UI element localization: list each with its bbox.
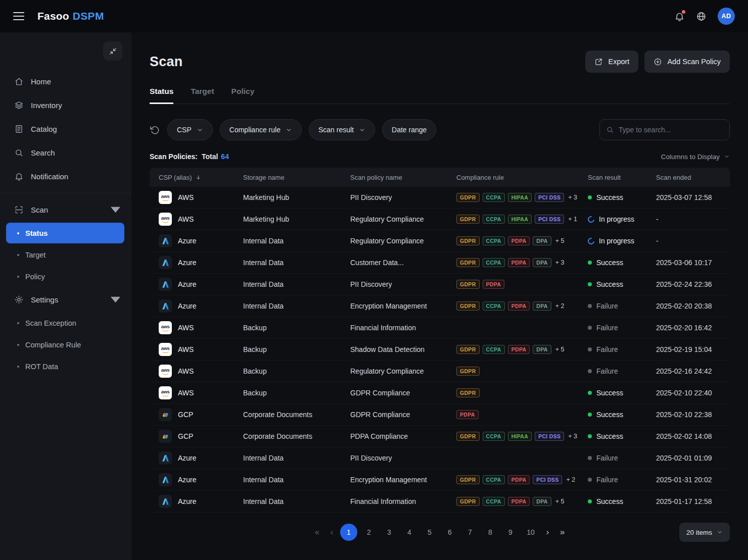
prev-page-icon[interactable]: ‹ [326,528,337,537]
table-row[interactable]: AzureInternal DataEncryption ManagementG… [150,295,730,317]
page-button-7[interactable]: 7 [461,524,479,541]
compliance-badge-gdpr: GDPR [456,258,480,268]
sidebar-item-inventory[interactable]: Inventory [0,93,131,117]
page-button-4[interactable]: 4 [401,524,418,541]
sidebar-subitem-status[interactable]: Status [6,223,124,243]
status-dot-icon [588,391,592,395]
scan-table: CSP (alias)Storage nameScan policy nameC… [150,168,730,513]
table-row[interactable]: GCPCorporate DocumentsGDPR CompliancePDP… [150,404,730,426]
table-row[interactable]: AzureInternal DataRegulatory ComplianceG… [150,230,730,252]
compliance-badges: GDPRCCPAPDPAPCI DSS+ 2 [456,475,588,485]
column-header-storage-name[interactable]: Storage name [243,174,350,181]
tab-policy[interactable]: Policy [231,87,255,104]
csp-cell: Azure [159,473,243,486]
next-page-icon[interactable]: › [542,528,553,537]
compliance-more-count: + 3 [568,194,577,201]
sidebar-item-home[interactable]: Home [0,70,131,93]
avatar[interactable]: AD [718,8,735,25]
tab-status[interactable]: Status [150,87,173,104]
page-size-selector[interactable]: 20 items [679,523,730,542]
table-row[interactable]: awsAWSBackupGDPR ComplianceGDPRSuccess20… [150,382,730,404]
table-row[interactable]: awsAWSMarketing HubPII DiscoveryGDPRCCPA… [150,187,730,209]
menu-icon[interactable] [13,10,24,22]
table-row[interactable]: AzureInternal DataPII DiscoveryGDPRPDPAS… [150,274,730,295]
compliance-badge-gdpr: GDPR [456,497,480,506]
csp-name: Azure [178,280,197,288]
table-row[interactable]: awsAWSBackupShadow Data DetectionGDPRCCP… [150,339,730,361]
filter-compliance-rule[interactable]: Compliance rule [220,119,302,140]
sidebar-collapse-button[interactable] [103,41,122,61]
scan-ended: 2025-02-10 22:38 [656,411,730,419]
topbar: Fasoo DSPM AD [0,0,748,32]
column-header-scan-result[interactable]: Scan result [588,174,656,181]
scan-ended: 2025-02-19 15:04 [656,345,730,353]
sidebar-item-catalog[interactable]: Catalog [0,117,131,141]
bullet-icon [17,276,19,278]
first-page-icon[interactable]: « [311,528,323,537]
page-button-5[interactable]: 5 [421,524,438,541]
filter-csp[interactable]: CSP [167,119,213,140]
page-button-1[interactable]: 1 [340,524,357,541]
table-row[interactable]: AzureInternal DataFinancial InformationG… [150,491,730,513]
table-footer: «‹12345678910›» 20 items [150,521,730,544]
scan-ended: 2025-02-10 22:40 [656,389,730,397]
sidebar-item-settings[interactable]: Settings [0,288,131,312]
page-button-3[interactable]: 3 [381,524,398,541]
reset-filters-icon[interactable] [150,125,160,135]
scan-result-label: Failure [596,454,618,462]
sidebar-subitem-scan-exception[interactable]: Scan Exception [6,313,124,333]
aws-smile [162,199,169,201]
aws-logo-icon: aws [159,343,172,356]
compliance-badges: GDPR [456,367,588,376]
add-scan-policy-button[interactable]: Add Scan Policy [644,50,730,73]
page-size-label: 20 items [686,529,712,536]
columns-to-display-button[interactable]: Columns to Display [661,153,730,161]
sidebar-item-scan[interactable]: Scan [0,198,131,222]
csp-name: Azure [178,237,197,245]
sidebar-item-notification[interactable]: Notification [0,165,131,188]
search-input[interactable] [619,126,723,134]
sidebar-subitem-policy[interactable]: Policy [6,266,124,287]
scan-result-label: In progress [599,215,634,223]
table-row[interactable]: awsAWSBackupRegulatory ComplianceGDPRFai… [150,361,730,382]
table-row[interactable]: awsAWSBackupFinancial InformationFailure… [150,317,730,339]
column-header-scan-policy-name[interactable]: Scan policy name [350,174,456,181]
filter-label: Date range [392,126,427,134]
column-header-compliance-rule[interactable]: Compliance rule [456,174,588,181]
search-icon [606,126,614,134]
table-row[interactable]: AzureInternal DataPII DiscoveryFailure20… [150,447,730,469]
table-row[interactable]: awsAWSMarketing HubRegulatory Compliance… [150,209,730,230]
filter-label: CSP [177,126,192,134]
column-header-csp-alias[interactable]: CSP (alias) [159,174,243,181]
column-header-scan-ended[interactable]: Scan ended [656,174,730,181]
sidebar-subitem-rot-data[interactable]: ROT Data [6,356,124,377]
scan-result: Success [588,497,656,505]
csp-cell: GCP [159,430,243,443]
bell-icon[interactable] [674,11,685,22]
table-row[interactable]: AzureInternal DataEncryption ManagementG… [150,469,730,491]
page-button-9[interactable]: 9 [502,524,519,541]
page-button-8[interactable]: 8 [482,524,499,541]
storage-name: Internal Data [243,302,350,310]
filter-date-range[interactable]: Date range [382,119,436,140]
table-row[interactable]: AzureInternal DataCustomer Data...GDPRCC… [150,252,730,274]
tab-target[interactable]: Target [191,87,214,104]
azure-logo-icon [159,473,172,486]
sidebar-subitem-target[interactable]: Target [6,244,124,265]
page-button-2[interactable]: 2 [360,524,378,541]
page-button-6[interactable]: 6 [441,524,458,541]
last-page-icon[interactable]: » [556,528,569,537]
table-row[interactable]: GCPCorporate DocumentsPDPA ComplianceGDP… [150,426,730,447]
sidebar-subitem-compliance-rule[interactable]: Compliance Rule [6,334,124,355]
chevron-down-icon [197,127,203,133]
scan-ended: 2025-03-06 10:17 [656,259,730,267]
export-button[interactable]: Export [585,50,638,73]
scan-policy-name: Regulatory Compliance [350,237,456,245]
page-button-10[interactable]: 10 [522,524,539,541]
notification-dot [682,10,685,14]
globe-icon[interactable] [696,11,707,22]
sidebar-item-search[interactable]: Search [0,141,131,165]
filter-scan-result[interactable]: Scan result [309,119,375,140]
compliance-badges: GDPRCCPAPDPADPA+ 3 [456,258,588,268]
storage-name: Corporate Documents [243,411,350,419]
